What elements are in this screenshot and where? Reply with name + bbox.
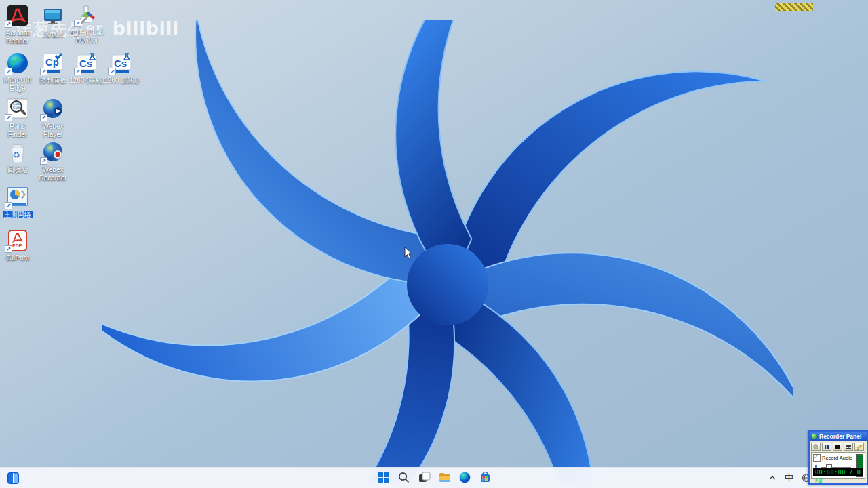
bilibili-logo: bilibili xyxy=(113,18,179,39)
icon-label: 主测网络 xyxy=(0,211,35,219)
record-audio-label: Record Audio xyxy=(822,455,852,461)
shortcut-arrow-icon: ↗ xyxy=(40,114,47,121)
file-explorer-icon xyxy=(439,472,451,483)
icon-label: 控制面板 xyxy=(35,77,71,85)
icon-label: Webex Player xyxy=(35,123,71,139)
marker-button[interactable] xyxy=(844,443,853,451)
desktop[interactable]: 洋葱先生er bilibili ↗ Acrobat Reader 此电脑 xyxy=(0,0,868,488)
shortcut-arrow-icon: ↗ xyxy=(40,157,47,165)
icon-label: 1260 (联机) xyxy=(69,77,104,85)
edge-icon xyxy=(459,472,471,483)
start-button[interactable] xyxy=(377,470,390,485)
icon-label: 回收站 xyxy=(0,166,35,174)
desktop-icon-1260-online[interactable]: Cs ↗ 1260 (联机) xyxy=(69,52,104,85)
widgets-icon xyxy=(7,472,20,485)
icon-label: Parts Finder xyxy=(0,123,35,139)
shortcut-arrow-icon: ↗ xyxy=(5,114,12,121)
record-button[interactable] xyxy=(811,443,821,451)
desktop-icon-edge[interactable]: ↗ Microsoft Edge xyxy=(0,52,35,93)
store-button[interactable] xyxy=(479,470,492,485)
recorder-orb-icon xyxy=(812,434,817,439)
shortcut-arrow-icon: ↗ xyxy=(5,68,12,75)
chemstation-online-icon: Cs ↗ xyxy=(75,52,98,75)
microsoft-store-icon xyxy=(479,472,491,483)
svg-text:PDF: PDF xyxy=(12,243,22,248)
webex-recorder-icon: ↗ xyxy=(41,141,64,164)
shortcut-arrow-icon: ↗ xyxy=(5,20,12,28)
recording-counter: 00:00:00 / 0 KB xyxy=(813,468,863,476)
desktop-icon-acrobat[interactable]: ↗ Acrobat Reader xyxy=(0,4,35,45)
desktop-icon-webex-recorder[interactable]: ↗ Webex Recorder xyxy=(35,141,71,182)
svg-text:♻: ♻ xyxy=(12,150,20,160)
stop-button[interactable] xyxy=(833,443,842,451)
task-view-button[interactable] xyxy=(418,470,431,485)
acrobat-icon: ↗ xyxy=(6,4,29,27)
shortcut-arrow-icon: ↗ xyxy=(108,68,116,75)
icon-label: GLPrint xyxy=(0,254,35,262)
icon-label: Acrobat Reader xyxy=(0,29,35,45)
desktop-icon-recycle-bin[interactable]: ♻ 回收站 xyxy=(0,141,35,174)
ime-indicator[interactable]: 中 xyxy=(785,472,793,484)
icon-label: 此电脑 xyxy=(35,30,71,39)
search-icon xyxy=(398,472,410,483)
chevron-up-icon xyxy=(768,474,776,482)
desktop-icon-selected-shortcut[interactable]: ↗ 主测网络 xyxy=(0,186,35,219)
marker-icon xyxy=(845,444,852,450)
edge-button[interactable] xyxy=(458,470,471,485)
recorder-panel-title: Recorder Panel xyxy=(819,433,861,440)
chemstation-offline-icon: Cs ↗ xyxy=(110,52,133,75)
desktop-icon-webex-player[interactable]: ↗ Webex Player xyxy=(35,98,71,139)
icon-label: 1260 (脱机) xyxy=(104,77,139,85)
webex-player-icon: ↗ xyxy=(41,98,64,121)
recorder-panel[interactable]: Recorder Panel ✓ Rec xyxy=(808,430,868,485)
svg-text:5180: 5180 xyxy=(13,106,21,110)
shortcut-arrow-icon: ↗ xyxy=(5,202,12,209)
pause-button[interactable] xyxy=(822,443,831,451)
file-explorer-button[interactable] xyxy=(438,470,451,485)
stop-icon xyxy=(835,444,840,449)
icon-label: Agilent Lab Advisor xyxy=(69,28,104,45)
shortcut-arrow-icon: ↗ xyxy=(74,20,81,27)
lab-advisor-icon: ↗ xyxy=(75,3,98,26)
icon-label: Webex Recorder xyxy=(35,166,71,182)
censored-region xyxy=(775,3,813,11)
wallpaper-bloom xyxy=(102,20,793,481)
desktop-icon-1260-offline[interactable]: Cs ↗ 1260 (脱机) xyxy=(104,52,139,85)
desktop-icon-lab-advisor[interactable]: ↗ Agilent Lab Advisor xyxy=(69,3,104,45)
task-view-icon xyxy=(418,472,431,483)
shortcut-arrow-icon: ↗ xyxy=(74,68,81,75)
desktop-icon-parts-finder[interactable]: 5188 5180 ↗ Parts Finder xyxy=(0,98,35,139)
taskbar: 中 xyxy=(0,467,868,488)
record-icon xyxy=(813,444,818,449)
icon-label: Microsoft Edge xyxy=(0,77,35,93)
pie-chart-app-icon: ↗ xyxy=(6,186,29,209)
pen-icon xyxy=(856,444,863,450)
record-audio-checkbox[interactable]: ✓ xyxy=(813,454,821,462)
pdf-shortcut-icon: PDF ↗ xyxy=(6,229,29,252)
control-panel-icon: Cp ↗ xyxy=(41,52,64,75)
audio-settings-box: ✓ Record Audio + 00:00:00 / 0 KB xyxy=(811,452,865,479)
pause-icon xyxy=(824,444,829,449)
search-button[interactable] xyxy=(397,470,410,485)
parts-finder-icon: 5188 5180 ↗ xyxy=(6,98,29,121)
tray-chevron-button[interactable] xyxy=(766,470,778,485)
shortcut-arrow-icon: ↗ xyxy=(5,245,12,253)
windows-start-icon xyxy=(378,472,389,483)
recycle-bin-icon: ♻ xyxy=(6,141,29,164)
edge-icon: ↗ xyxy=(6,52,29,75)
widgets-button[interactable] xyxy=(7,471,20,485)
desktop-icon-this-pc[interactable]: 此电脑 xyxy=(35,5,71,39)
desktop-icon-control-panel[interactable]: Cp ↗ 控制面板 xyxy=(35,52,71,85)
desktop-icon-glprint[interactable]: PDF ↗ GLPrint xyxy=(0,229,35,262)
this-pc-icon xyxy=(41,5,64,28)
shortcut-arrow-icon: ↗ xyxy=(40,68,47,75)
annotate-button[interactable] xyxy=(854,443,864,451)
mouse-cursor xyxy=(404,247,414,260)
recorder-panel-titlebar[interactable]: Recorder Panel xyxy=(810,432,867,441)
